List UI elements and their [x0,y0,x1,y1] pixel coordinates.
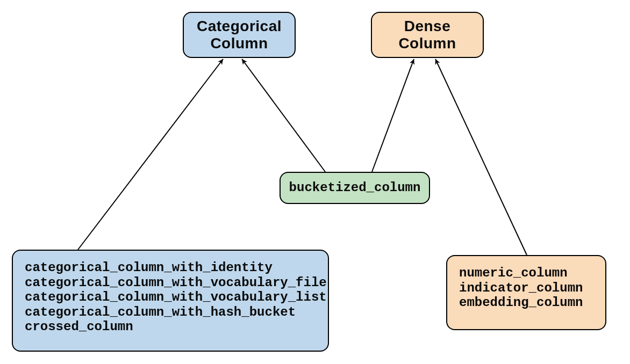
categorical-list-item: categorical_column_with_vocabulary_file [25,275,327,290]
edge-categorical-list-to-categorical [78,59,223,250]
bucketized-label: bucketized_column [289,180,421,195]
dense-title-line1: Dense [404,18,451,34]
categorical-title-line1: Categorical [197,18,282,34]
node-categorical-column: Categorical Column [183,12,296,58]
edge-dense-list-to-dense [435,59,527,255]
edge-bucketized-to-dense [372,59,414,172]
edge-bucketized-to-categorical [242,59,325,172]
dense-title-line2: Column [398,35,456,52]
node-categorical-list: categorical_column_with_identitycategori… [12,250,329,352]
categorical-list-item: categorical_column_with_vocabulary_list [25,290,327,305]
categorical-list-item: crossed_column [25,319,133,334]
node-dense-list: numeric_columnindicator_columnembedding_… [446,255,606,330]
dense-list-item: embedding_column [459,295,583,310]
node-dense-column: Dense Column [371,12,484,58]
categorical-title-line2: Column [210,35,268,52]
categorical-list-item: categorical_column_with_identity [25,260,273,275]
diagram-canvas: Categorical Column Dense Column bucketiz… [0,0,630,364]
dense-list-item: numeric_column [459,266,568,281]
dense-list-item: indicator_column [459,281,583,296]
categorical-list-item: categorical_column_with_hash_bucket [25,305,296,320]
node-bucketized-column: bucketized_column [280,172,430,204]
